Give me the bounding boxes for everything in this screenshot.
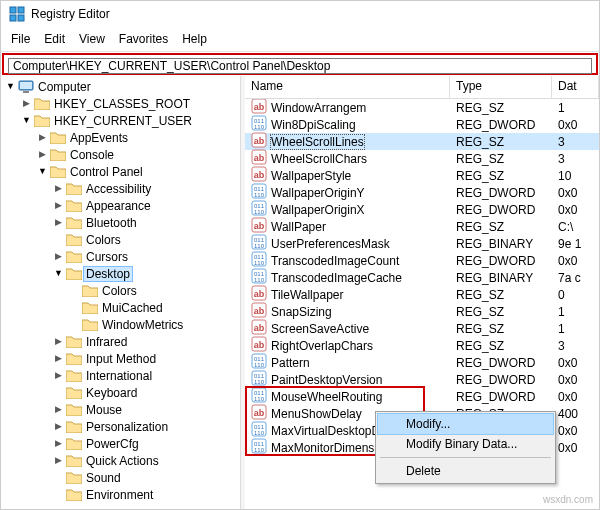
value-data: 0x0 — [552, 390, 592, 404]
expand-icon[interactable] — [21, 98, 32, 109]
tree-hkcu[interactable]: HKEY_CURRENT_USER — [21, 112, 240, 129]
context-modify[interactable]: Modify... — [378, 414, 553, 434]
tree-item[interactable]: Accessibility — [53, 180, 240, 197]
tree-item[interactable]: Input Method — [53, 350, 240, 367]
menu-help[interactable]: Help — [176, 31, 213, 47]
menu-view[interactable]: View — [73, 31, 111, 47]
value-row[interactable]: 011110MouseWheelRoutingREG_DWORD0x0 — [245, 388, 599, 405]
value-data: 10 — [552, 169, 592, 183]
tree-item[interactable]: PowerCfg — [53, 435, 240, 452]
value-row[interactable]: abScreenSaveActiveREG_SZ1 — [245, 320, 599, 337]
value-row[interactable]: 011110WallpaperOriginXREG_DWORD0x0 — [245, 201, 599, 218]
value-row[interactable]: abWallpaperStyleREG_SZ10 — [245, 167, 599, 184]
tree-item[interactable]: Infrared — [53, 333, 240, 350]
tree-item[interactable]: Console — [37, 146, 240, 163]
tree-item[interactable]: Cursors — [53, 248, 240, 265]
value-name: MaxMonitorDimension — [271, 441, 390, 455]
value-row[interactable]: 011110TranscodedImageCountREG_DWORD0x0 — [245, 252, 599, 269]
svg-text:110: 110 — [254, 447, 265, 453]
tree-item[interactable]: International — [53, 367, 240, 384]
value-type: REG_DWORD — [450, 373, 552, 387]
expand-icon[interactable] — [5, 81, 16, 92]
value-data: 0x0 — [552, 441, 592, 455]
path-input[interactable] — [8, 58, 592, 74]
value-row[interactable]: abRightOverlapCharsREG_SZ3 — [245, 337, 599, 354]
key-tree[interactable]: Computer HKEY_CLASSES_ROOT — [1, 76, 241, 509]
value-type: REG_BINARY — [450, 237, 552, 251]
tree-control-panel[interactable]: Control Panel — [37, 163, 240, 180]
tree-item[interactable]: Environment — [53, 486, 240, 503]
value-name: UserPreferencesMask — [271, 237, 390, 251]
col-name[interactable]: Name — [245, 76, 450, 98]
col-data[interactable]: Dat — [552, 76, 599, 98]
tree-hkcr[interactable]: HKEY_CLASSES_ROOT — [21, 95, 240, 112]
value-name: Pattern — [271, 356, 310, 370]
value-type: REG_SZ — [450, 220, 552, 234]
value-type: REG_SZ — [450, 169, 552, 183]
svg-text:ab: ab — [254, 153, 265, 163]
svg-text:110: 110 — [254, 396, 265, 402]
tree-item[interactable]: Colors — [53, 231, 240, 248]
tree-item[interactable]: Mouse — [53, 401, 240, 418]
value-row[interactable]: abWindowArrangemREG_SZ1 — [245, 99, 599, 116]
svg-text:110: 110 — [254, 124, 265, 130]
tree-item[interactable]: Appearance — [53, 197, 240, 214]
value-row[interactable]: abSnapSizingREG_SZ1 — [245, 303, 599, 320]
folder-icon — [66, 369, 82, 382]
tree-item[interactable]: Sound — [53, 469, 240, 486]
tree-item[interactable]: MuiCached — [69, 299, 240, 316]
value-row[interactable]: 011110PatternREG_DWORD0x0 — [245, 354, 599, 371]
value-data: 0x0 — [552, 186, 592, 200]
menu-favorites[interactable]: Favorites — [113, 31, 174, 47]
tree-item[interactable]: Personalization — [53, 418, 240, 435]
svg-text:ab: ab — [254, 323, 265, 333]
tree-desktop[interactable]: Desktop — [53, 265, 240, 282]
tree-item[interactable]: AppEvents — [37, 129, 240, 146]
menu-edit[interactable]: Edit — [38, 31, 71, 47]
folder-icon — [66, 454, 82, 467]
context-separator — [380, 457, 551, 458]
tree-item[interactable]: Colors — [69, 282, 240, 299]
value-data: 1 — [552, 305, 592, 319]
value-row[interactable]: 011110PaintDesktopVersionREG_DWORD0x0 — [245, 371, 599, 388]
value-row[interactable]: abWheelScrollCharsREG_SZ3 — [245, 150, 599, 167]
folder-icon — [50, 148, 66, 161]
value-row[interactable]: abWheelScrollLinesREG_SZ3 — [245, 133, 599, 150]
context-delete[interactable]: Delete — [378, 461, 553, 481]
col-type[interactable]: Type — [450, 76, 552, 98]
value-name: WallPaper — [271, 220, 326, 234]
menu-file[interactable]: File — [5, 31, 36, 47]
svg-text:110: 110 — [254, 209, 265, 215]
tree-item[interactable]: Bluetooth — [53, 214, 240, 231]
folder-icon — [82, 301, 98, 314]
expand-icon[interactable] — [21, 115, 32, 126]
tree-item[interactable]: Quick Actions — [53, 452, 240, 469]
value-data: 3 — [552, 135, 592, 149]
value-row[interactable]: 011110Win8DpiScalingREG_DWORD0x0 — [245, 116, 599, 133]
context-modify-binary[interactable]: Modify Binary Data... — [378, 434, 553, 454]
value-name: WallpaperOriginX — [271, 203, 365, 217]
value-row[interactable]: 011110TranscodedImageCacheREG_BINARY7a c — [245, 269, 599, 286]
value-row[interactable]: abWallPaperREG_SZC:\ — [245, 218, 599, 235]
svg-rect-0 — [10, 7, 16, 13]
folder-icon — [50, 165, 66, 178]
value-row[interactable]: abTileWallpaperREG_SZ0 — [245, 286, 599, 303]
tree-item[interactable]: WindowMetrics — [69, 316, 240, 333]
value-row[interactable]: 011110UserPreferencesMaskREG_BINARY9e 1 — [245, 235, 599, 252]
tree-computer[interactable]: Computer — [5, 78, 240, 95]
value-data: 0x0 — [552, 373, 592, 387]
svg-text:110: 110 — [254, 362, 265, 368]
value-row[interactable]: 011110WallpaperOriginYREG_DWORD0x0 — [245, 184, 599, 201]
folder-icon — [66, 437, 82, 450]
value-type: REG_SZ — [450, 101, 552, 115]
menubar: File Edit View Favorites Help — [1, 27, 599, 52]
value-name: MenuShowDelay — [271, 407, 362, 421]
value-data: 400 — [552, 407, 592, 421]
tree-item[interactable]: Keyboard — [53, 384, 240, 401]
value-name: TranscodedImageCount — [271, 254, 399, 268]
svg-text:ab: ab — [254, 221, 265, 231]
list-rows[interactable]: abWindowArrangemREG_SZ1011110Win8DpiScal… — [245, 99, 599, 509]
value-type: REG_DWORD — [450, 254, 552, 268]
value-name: WindowArrangem — [271, 101, 366, 115]
folder-icon — [50, 131, 66, 144]
